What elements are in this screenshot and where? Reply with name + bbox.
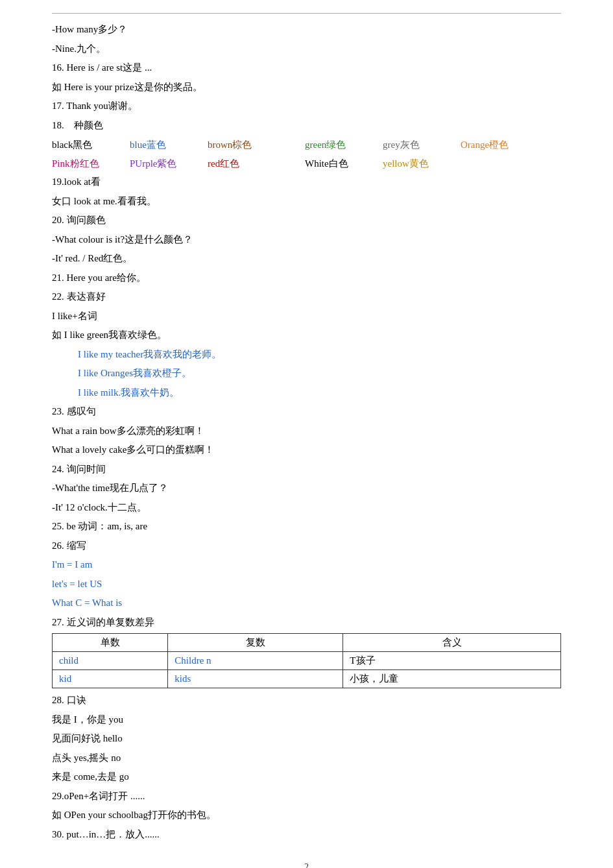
color-pink: Pink粉红色 (52, 155, 130, 173)
line-24-a: -It' 12 o'clock.十二点。 (52, 500, 561, 516)
line-26-ex3: What C = What is (52, 595, 561, 612)
line-20: 20. 询问颜色 (52, 212, 561, 229)
line-28: 28. 口诀 (52, 692, 561, 709)
color-brown: brown棕色 (208, 136, 305, 154)
line-26: 26. 缩写 (52, 538, 561, 555)
line-27: 27. 近义词的单复数差异 (52, 614, 561, 631)
table-header-meaning: 含义 (343, 634, 561, 652)
line-22-rule: I like+名词 (52, 308, 561, 325)
line-30: 30. put…in…把．放入...... (52, 826, 561, 843)
top-divider (52, 13, 561, 14)
line-19-example: 女口 look at me.看看我。 (52, 193, 561, 210)
table-cell-child-meaning: T孩子 (343, 652, 561, 670)
color-blue: blue蓝色 (130, 136, 208, 154)
color-grey: grey灰色 (383, 136, 461, 154)
color-yellow: yellow黄色 (383, 155, 461, 173)
vocab-table: 单数 复数 含义 child Childre n T孩子 kid kids 小孩… (52, 633, 561, 688)
line-22-ex1: I like my teacher我喜欢我的老师。 (52, 346, 561, 363)
line-18: 18. 种颜色 (52, 117, 561, 134)
line-23: 23. 感叹句 (52, 404, 561, 420)
line-29: 29.oPen+名词打开 ...... (52, 788, 561, 805)
line-how-many: -How many多少？ (52, 21, 561, 38)
table-cell-child-singular: child (53, 652, 168, 670)
line-19: 19.look at看 (52, 174, 561, 191)
line-28-1: 我是 I，你是 you (52, 712, 561, 729)
table-cell-kid-singular: kid (53, 670, 168, 688)
page-number: 2 (52, 862, 561, 868)
line-26-ex2: let's = let US (52, 576, 561, 593)
line-28-3: 点头 yes,摇头 no (52, 750, 561, 767)
table-cell-child-plural: Childre n (168, 652, 343, 670)
line-23-ex1: What a rain bow多么漂亮的彩虹啊！ (52, 423, 561, 440)
color-green: green绿色 (305, 136, 383, 154)
line-26-ex1: I'm = I am (52, 557, 561, 573)
line-21: 21. Here you are给你。 (52, 270, 561, 287)
color-white: White白色 (305, 155, 383, 173)
color-red: red红色 (208, 155, 305, 173)
line-22-example: 如 I like green我喜欢绿色。 (52, 327, 561, 344)
color-purple: PUrple紫色 (130, 155, 208, 173)
line-22-ex3: I like milk.我喜欢牛奶。 (52, 385, 561, 402)
table-header-singular: 单数 (53, 634, 168, 652)
line-20-a: -It' red. / Red红色。 (52, 250, 561, 267)
line-28-2: 见面问好说 hello (52, 730, 561, 747)
table-row: kid kids 小孩，儿童 (53, 670, 561, 688)
colors-row-2: Pink粉红色 PUrple紫色 red红色 White白色 yellow黄色 (52, 155, 561, 173)
color-black: black黑色 (52, 136, 130, 154)
color-orange: Orange橙色 (461, 136, 538, 154)
table-cell-kid-plural: kids (168, 670, 343, 688)
colors-row-1: black黑色 blue蓝色 brown棕色 green绿色 grey灰色 Or… (52, 136, 561, 154)
line-22: 22. 表达喜好 (52, 289, 561, 306)
line-16-example: 如 Here is your prize这是你的奖品。 (52, 79, 561, 96)
line-22-ex2: I like Oranges我喜欢橙子。 (52, 365, 561, 382)
line-nine: -Nine.九个。 (52, 41, 561, 58)
table-cell-kid-meaning: 小孩，儿童 (343, 670, 561, 688)
line-28-4: 来是 come,去是 go (52, 769, 561, 786)
line-16: 16. Here is / are st这是 ... (52, 60, 561, 77)
page: -How many多少？ -Nine.九个。 16. Here is / are… (0, 0, 613, 868)
line-23-ex2: What a lovely cake多么可口的蛋糕啊！ (52, 442, 561, 459)
table-row: child Childre n T孩子 (53, 652, 561, 670)
table-header-plural: 复数 (168, 634, 343, 652)
line-25: 25. be 动词：am, is, are (52, 518, 561, 535)
line-20-q: -What colour is it?这是什么颜色？ (52, 232, 561, 248)
line-24-q: -What'the time现在几点了？ (52, 480, 561, 497)
line-29-example: 如 OPen your schoolbag打开你的书包。 (52, 807, 561, 824)
line-17: 17. Thank you谢谢。 (52, 98, 561, 115)
line-24: 24. 询问时间 (52, 461, 561, 478)
